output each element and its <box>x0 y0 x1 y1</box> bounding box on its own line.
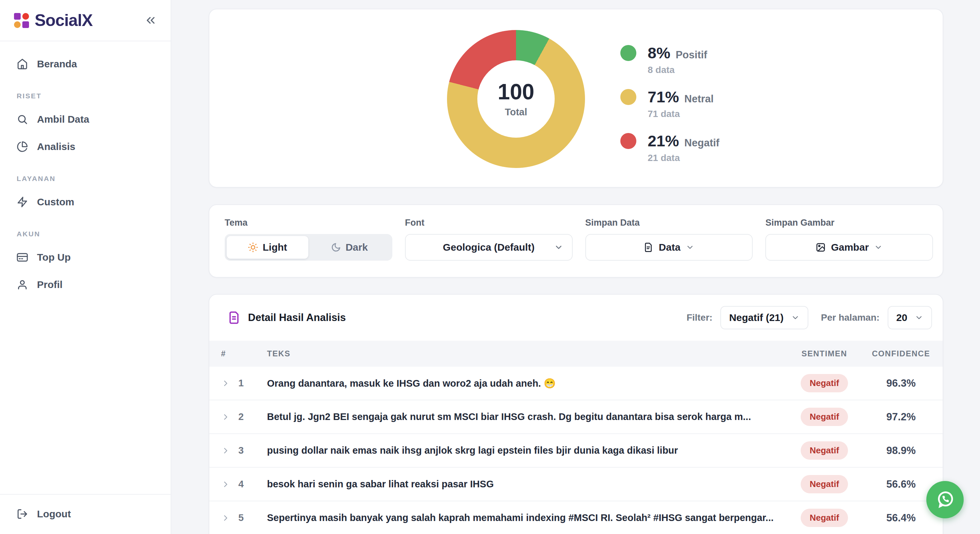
socialx-logo-icon <box>14 13 29 28</box>
legend-count: 8 data <box>648 65 719 75</box>
row-text: Orang danantara, masuk ke IHSG dan woro2… <box>267 378 776 389</box>
confidence-value: 98.9% <box>886 445 916 457</box>
sentiment-filter-select[interactable]: Negatif (21) <box>720 306 808 329</box>
confidence-value: 96.3% <box>886 377 916 389</box>
legend-percent: 21% <box>648 132 679 150</box>
document-icon <box>228 311 241 324</box>
sidebar-section-riset: RISET <box>17 92 171 100</box>
confidence-value: 56.6% <box>886 478 916 490</box>
donut-total-label: Total <box>505 106 527 118</box>
sidebar-header: SocialX <box>0 0 171 41</box>
sidebar-item-label: Custom <box>37 196 74 208</box>
zap-icon <box>17 196 28 208</box>
column-header-teks: TEKS <box>267 349 776 358</box>
sidebar-collapse-button[interactable] <box>144 14 158 27</box>
simpan-data-label: Simpan Data <box>585 218 753 228</box>
sidebar-item-analisis[interactable]: Analisis <box>0 134 171 159</box>
chevron-right-icon[interactable] <box>221 412 230 422</box>
column-header-num: # <box>221 349 267 358</box>
table-row[interactable]: 3 pusing dollar naik emas naik ihsg anjl… <box>209 434 943 468</box>
sidebar-item-beranda[interactable]: Beranda <box>0 51 171 77</box>
confidence-value: 56.4% <box>886 512 916 524</box>
table-row[interactable]: 4 besok hari senin ga sabar lihat reaksi… <box>209 468 943 501</box>
simpan-data-select[interactable]: Data <box>585 234 753 261</box>
per-page-label: Per halaman: <box>821 312 880 323</box>
theme-toggle: Light Dark <box>225 234 392 261</box>
sun-icon <box>248 242 258 252</box>
export-settings-card: Tema Light Dark Font Geologi <box>208 204 943 278</box>
theme-dark-label: Dark <box>346 242 368 253</box>
chevrons-left-icon <box>144 14 158 27</box>
whatsapp-button[interactable] <box>926 481 964 518</box>
simpan-gambar-label: Simpan Gambar <box>765 218 933 228</box>
sidebar-item-label: Ambil Data <box>37 114 89 125</box>
chevron-right-icon[interactable] <box>221 446 230 455</box>
chevron-right-icon[interactable] <box>221 379 230 388</box>
font-select[interactable]: Geologica (Default) <box>405 234 573 261</box>
simpan-data-group: Simpan Data Data <box>585 218 753 277</box>
app-title: SocialX <box>35 11 93 30</box>
legend-label: Positif <box>676 49 707 61</box>
row-number: 2 <box>238 411 243 422</box>
logo-square-purple <box>14 13 21 20</box>
tema-label: Tema <box>225 218 392 228</box>
font-select-value: Geologica (Default) <box>443 242 535 253</box>
sentiment-chart-card: 100 Total 8% Positif 8 data 71% Netral 7… <box>208 9 943 188</box>
table-row[interactable]: 2 Betul jg. Jgn2 BEI sengaja gak nurut s… <box>209 400 943 434</box>
tema-group: Tema Light Dark <box>225 218 392 277</box>
chevron-right-icon[interactable] <box>221 513 230 523</box>
sidebar: SocialX Beranda RISET Ambil Data Analisi… <box>0 0 171 534</box>
row-number: 3 <box>238 445 243 456</box>
theme-light-label: Light <box>262 242 287 253</box>
chevron-down-icon <box>791 313 800 322</box>
logout-button[interactable]: Logout <box>0 501 171 527</box>
sentiment-badge: Negatif <box>801 374 848 393</box>
simpan-gambar-group: Simpan Gambar Gambar <box>765 218 933 277</box>
whatsapp-icon <box>933 487 957 512</box>
sentiment-badge: Negatif <box>801 509 848 527</box>
theme-dark-button[interactable]: Dark <box>308 236 390 259</box>
table-row[interactable]: 1 Orang danantara, masuk ke IHSG dan wor… <box>209 367 943 400</box>
sidebar-item-profil[interactable]: Profil <box>0 272 171 297</box>
simpan-data-value: Data <box>659 242 680 253</box>
chevron-down-icon <box>686 243 694 252</box>
table-row[interactable]: 5 Sepertinya masih banyak yang salah kap… <box>209 501 943 534</box>
image-icon <box>816 242 826 252</box>
donut-total-value: 100 <box>498 81 535 103</box>
pie-chart-icon <box>17 141 28 153</box>
row-number: 4 <box>238 479 243 490</box>
sidebar-item-label: Analisis <box>37 141 75 153</box>
chart-legend: 8% Positif 8 data 71% Netral 71 data 21%… <box>620 44 719 163</box>
table-title: Detail Hasil Analisis <box>248 312 346 324</box>
row-number: 1 <box>238 378 243 389</box>
analysis-results-card: Detail Hasil Analisis Filter: Negatif (2… <box>208 294 943 534</box>
sidebar-item-top-up[interactable]: Top Up <box>0 245 171 270</box>
per-page-select[interactable]: 20 <box>888 306 932 329</box>
sidebar-nav: Beranda RISET Ambil Data Analisis LAYANA… <box>0 41 171 297</box>
simpan-gambar-select[interactable]: Gambar <box>765 234 933 261</box>
table-controls: Filter: Negatif (21) Per halaman: 20 <box>687 306 932 329</box>
donut-center: 100 Total <box>477 60 555 138</box>
theme-light-button[interactable]: Light <box>227 236 308 259</box>
sentiment-badge: Negatif <box>801 475 848 493</box>
chevron-right-icon[interactable] <box>221 480 230 489</box>
sidebar-section-layanan: LAYANAN <box>17 175 171 183</box>
font-label: Font <box>405 218 573 228</box>
simpan-gambar-value: Gambar <box>831 242 869 253</box>
chevron-down-icon <box>554 243 563 252</box>
sidebar-item-custom[interactable]: Custom <box>0 189 171 215</box>
logo-square-purple-2 <box>22 21 29 28</box>
sidebar-item-ambil-data[interactable]: Ambil Data <box>0 106 171 132</box>
sidebar-item-label: Beranda <box>37 58 77 70</box>
legend-percent: 8% <box>648 44 670 62</box>
table-column-headers: # TEKS SENTIMEN CONFIDENCE <box>209 341 943 367</box>
legend-dot-negatif <box>620 133 636 149</box>
sidebar-item-label: Profil <box>37 279 63 290</box>
legend-count: 71 data <box>648 109 719 119</box>
legend-percent: 71% <box>648 87 679 106</box>
row-number: 5 <box>238 512 243 523</box>
logout-icon <box>17 509 28 520</box>
row-text: besok hari senin ga sabar lihat reaksi p… <box>267 479 776 490</box>
row-text: Betul jg. Jgn2 BEI sengaja gak nurut sm … <box>267 411 776 422</box>
sidebar-section-akun: AKUN <box>17 230 171 238</box>
